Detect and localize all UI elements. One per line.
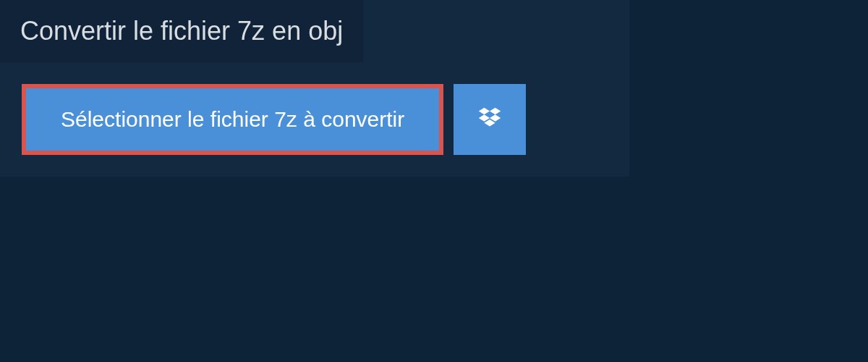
title-wrapper: Convertir le fichier 7z en obj (0, 0, 363, 62)
select-file-button[interactable]: Sélectionner le fichier 7z à convertir (22, 84, 443, 155)
page-title: Convertir le fichier 7z en obj (20, 16, 343, 46)
dropbox-icon (476, 106, 503, 133)
dropbox-button[interactable] (454, 84, 526, 155)
action-row: Sélectionner le fichier 7z à convertir (22, 84, 608, 155)
converter-panel: Convertir le fichier 7z en obj Sélection… (0, 0, 629, 177)
